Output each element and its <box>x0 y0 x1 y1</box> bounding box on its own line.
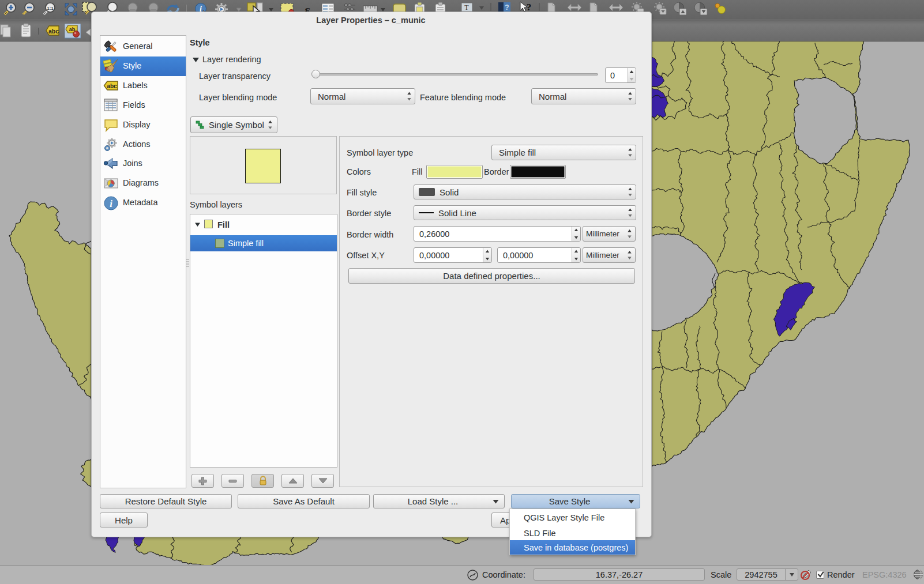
svg-text:1:1: 1:1 <box>47 6 54 11</box>
svg-text:abc: abc <box>107 83 117 89</box>
svg-text:abc: abc <box>48 28 59 35</box>
svg-text:T: T <box>464 3 469 12</box>
svg-text:i: i <box>110 198 112 209</box>
svg-text:?: ? <box>505 3 509 12</box>
